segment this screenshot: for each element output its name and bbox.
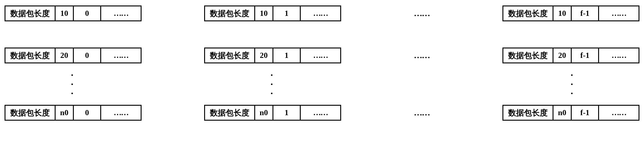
field-id: 10 [553, 6, 572, 20]
field-seq: 1 [273, 6, 301, 20]
packet-grid-diagram: 数据包长度 10 0 …… 数据包长度 10 1 …… …… 数据包长度 10 … [0, 0, 644, 156]
field-label: 数据包长度 [503, 48, 553, 62]
packet-3-2: 数据包长度 n0 1 …… [204, 105, 341, 121]
field-seq: 0 [74, 48, 101, 62]
field-label: 数据包长度 [503, 106, 553, 120]
field-more: …… [301, 6, 340, 20]
field-id: 10 [255, 6, 273, 20]
field-label: 数据包长度 [5, 48, 56, 62]
field-more: …… [599, 48, 639, 62]
row-ellipsis [5, 64, 639, 104]
field-more: …… [101, 6, 141, 20]
field-more: …… [301, 106, 340, 120]
field-label: 数据包长度 [205, 106, 255, 120]
field-seq: 0 [74, 106, 101, 120]
field-seq: f-1 [572, 6, 599, 20]
field-label: 数据包长度 [205, 6, 255, 20]
field-id: 20 [553, 48, 572, 62]
field-more: …… [599, 6, 639, 20]
vertical-ellipsis [571, 67, 573, 101]
field-seq: 0 [74, 6, 101, 20]
field-seq: f-1 [572, 48, 599, 62]
packet-1-1: 数据包长度 10 0 …… [5, 5, 142, 21]
field-more: …… [599, 106, 639, 120]
field-label: 数据包长度 [205, 48, 255, 62]
row-2: 数据包长度 20 0 …… 数据包长度 20 1 …… …… 数据包长度 20 … [5, 47, 639, 64]
field-seq: 1 [273, 106, 301, 120]
row-3: 数据包长度 n0 0 …… 数据包长度 n0 1 …… …… 数据包长度 n0 … [5, 104, 639, 122]
field-id: n0 [56, 106, 74, 120]
field-label: 数据包长度 [5, 106, 56, 120]
field-id: 10 [56, 6, 74, 20]
field-more: …… [101, 106, 141, 120]
vertical-ellipsis [271, 67, 272, 101]
field-label: 数据包长度 [5, 6, 56, 20]
field-id: 20 [255, 48, 273, 62]
column-ellipsis: …… [403, 9, 440, 18]
field-seq: f-1 [572, 106, 599, 120]
column-ellipsis: …… [403, 108, 440, 118]
field-more: …… [301, 48, 340, 62]
packet-2-1: 数据包长度 20 0 …… [5, 48, 142, 63]
field-seq: 1 [273, 48, 301, 62]
packet-2-2: 数据包长度 20 1 …… [204, 48, 341, 63]
field-id: n0 [255, 106, 273, 120]
row-1: 数据包长度 10 0 …… 数据包长度 10 1 …… …… 数据包长度 10 … [5, 5, 639, 22]
field-label: 数据包长度 [503, 6, 553, 20]
packet-3-1: 数据包长度 n0 0 …… [5, 105, 142, 121]
field-id: n0 [553, 106, 572, 120]
packet-1-2: 数据包长度 10 1 …… [204, 5, 341, 21]
vertical-ellipsis [71, 67, 73, 101]
packet-1-3: 数据包长度 10 f-1 …… [502, 5, 639, 21]
packet-3-3: 数据包长度 n0 f-1 …… [502, 105, 639, 121]
column-ellipsis: …… [403, 51, 440, 60]
field-id: 20 [56, 48, 74, 62]
field-more: …… [101, 48, 141, 62]
packet-2-3: 数据包长度 20 f-1 …… [502, 48, 639, 63]
